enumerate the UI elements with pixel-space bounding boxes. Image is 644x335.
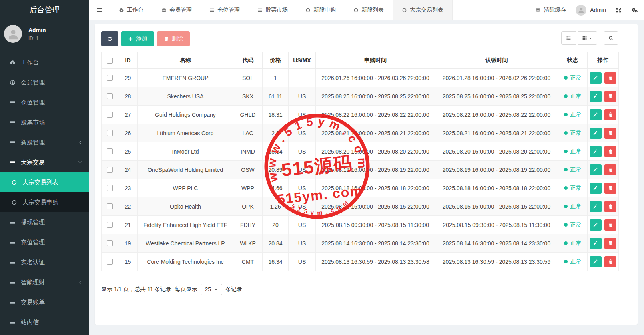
top-tab[interactable]: 股票市场 [249, 0, 297, 20]
sidebar-item[interactable]: 仓位管理 [0, 92, 89, 112]
menu-icon [9, 120, 16, 126]
edit-row-button[interactable] [590, 256, 602, 267]
delete-row-button[interactable] [604, 183, 616, 194]
cell-pay-time: 2025.08.15 16:00:00 - 2025.08.15 22:00:0… [435, 197, 558, 216]
edit-row-button[interactable] [590, 201, 602, 212]
cell-id: 21 [118, 216, 138, 234]
sidebar-item[interactable]: 大宗交易 [0, 152, 89, 172]
cell-price: 13.34 [263, 142, 289, 161]
sidebar-toggle-button[interactable] [89, 0, 110, 20]
top-tab[interactable]: 新股申购 [297, 0, 345, 20]
delete-row-button[interactable] [604, 238, 616, 249]
topbar-user-label: Admin [590, 7, 606, 13]
sidebar-item[interactable]: 新股管理 [0, 132, 89, 152]
row-checkbox[interactable] [107, 259, 113, 265]
top-tab[interactable]: 会员管理 [152, 0, 201, 20]
delete-row-button[interactable] [604, 128, 616, 139]
sidebar-subitem-label: 大宗交易申购 [22, 199, 58, 206]
delete-row-button[interactable] [604, 91, 616, 102]
row-checkbox[interactable] [107, 240, 113, 246]
search-button[interactable] [604, 31, 618, 45]
top-tab[interactable]: 新股列表 [345, 0, 393, 20]
row-checkbox[interactable] [107, 130, 113, 136]
sidebar-item[interactable]: 充值管理 [0, 232, 89, 252]
delete-row-button[interactable] [604, 72, 616, 84]
per-page-select[interactable]: 25 [201, 284, 223, 295]
sidebar-item[interactable]: 会员管理 [0, 72, 89, 92]
delete-button[interactable]: 删除 [157, 31, 190, 46]
menu-icon [9, 239, 16, 245]
pencil-icon [593, 259, 598, 264]
tab-icon [353, 8, 359, 13]
cell-pay-time: 2025.08.20 16:00:00 - 2025.08.20 22:00:0… [435, 142, 558, 161]
top-tab[interactable]: 工作台 [110, 0, 152, 20]
cell-name: Opko Health [138, 197, 233, 216]
row-checkbox[interactable] [107, 93, 113, 99]
cell-id: 24 [118, 161, 138, 179]
sidebar-item[interactable]: 交易账单 [0, 292, 89, 312]
table-row: 15 Core Molding Technologies Inc CMT 16.… [102, 253, 619, 271]
row-checkbox[interactable] [107, 75, 113, 81]
sidebar-item[interactable]: 股票市场 [0, 112, 89, 132]
status-dot-icon [564, 113, 568, 116]
top-tab[interactable]: 大宗交易列表 [393, 0, 453, 20]
edit-row-button[interactable] [590, 219, 602, 231]
edit-row-button[interactable] [590, 183, 602, 194]
top-tab[interactable]: 仓位管理 [201, 0, 249, 20]
row-checkbox[interactable] [107, 222, 113, 228]
edit-row-button[interactable] [590, 238, 602, 249]
refresh-button[interactable] [101, 31, 118, 46]
cell-code: LAC [233, 124, 263, 142]
row-checkbox[interactable] [107, 148, 113, 154]
table-row: 21 Fidelity Enhanced High Yield ETF FDHY… [102, 216, 619, 234]
sidebar-item[interactable]: 实名认证 [0, 252, 89, 272]
cell-price: 20.89 [263, 161, 289, 179]
sidebar-item[interactable]: 站内信 [0, 312, 89, 332]
add-button[interactable]: 添加 [121, 31, 154, 46]
sidebar-item[interactable]: 工作台 [0, 52, 89, 72]
edit-row-button[interactable] [590, 128, 602, 139]
edit-row-button[interactable] [590, 109, 602, 120]
settings-button[interactable] [631, 7, 638, 13]
sidebar-item[interactable]: 智能理财 [0, 272, 89, 292]
list-view-button[interactable] [561, 31, 576, 45]
clear-cache-button[interactable]: 清除缓存 [535, 6, 566, 14]
delete-row-button[interactable] [604, 256, 616, 267]
cell-name: EMEREN GROUP [138, 69, 233, 87]
content-card: 添加 删除 ID 名称 [95, 24, 638, 325]
topbar-user-menu[interactable]: Admin [576, 5, 606, 16]
fullscreen-button[interactable] [616, 7, 622, 13]
cell-pay-time: 2025.08.15 09:30:00 - 2025.08.15 11:30:0… [435, 216, 558, 234]
grid-view-button[interactable] [578, 31, 597, 45]
select-all-checkbox[interactable] [107, 58, 113, 64]
cell-apply-time: 2025.08.15 16:00:00 - 2025.08.15 22:00:0… [316, 197, 435, 216]
delete-row-button[interactable] [604, 201, 616, 212]
trash-icon [608, 222, 613, 227]
edit-row-button[interactable] [590, 72, 602, 84]
edit-row-button[interactable] [590, 91, 602, 102]
trash-icon [535, 7, 541, 13]
delete-row-button[interactable] [604, 109, 616, 120]
chevron-icon [76, 140, 84, 145]
table-row: 27 Guid Holdings Company GHLD 18.31 US 2… [102, 106, 619, 124]
edit-row-button[interactable] [590, 146, 602, 157]
tab-label: 工作台 [127, 6, 144, 14]
row-checkbox[interactable] [107, 112, 113, 118]
sidebar-subitem[interactable]: 大宗交易申购 [0, 192, 89, 212]
sidebar-item[interactable]: 提现管理 [0, 212, 89, 232]
delete-row-button[interactable] [604, 146, 616, 157]
cell-market: US [289, 161, 316, 179]
pencil-icon [593, 149, 598, 154]
cell-pay-time: 2026.01.28 16:00:00 - 2026.02.26 22:00:0… [435, 69, 558, 87]
delete-row-button[interactable] [604, 164, 616, 175]
row-checkbox[interactable] [107, 167, 113, 173]
delete-row-button[interactable] [604, 219, 616, 231]
trash-icon [608, 112, 613, 117]
pencil-icon [593, 185, 598, 191]
cell-market: US [289, 124, 316, 142]
edit-row-button[interactable] [590, 164, 602, 175]
status-badge: 正常 [564, 130, 582, 137]
row-checkbox[interactable] [107, 203, 113, 209]
row-checkbox[interactable] [107, 185, 113, 191]
sidebar-subitem[interactable]: 大宗交易列表 [0, 172, 89, 192]
